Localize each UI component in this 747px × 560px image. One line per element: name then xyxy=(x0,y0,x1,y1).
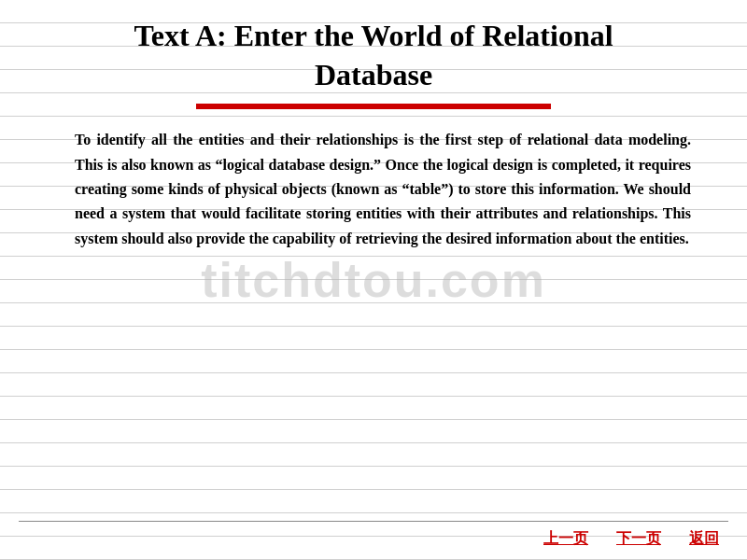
prev-page-link[interactable]: 上一页 xyxy=(543,529,588,549)
page-title: Text A: Enter the World of Relational Da… xyxy=(37,17,710,94)
next-page-link[interactable]: 下一页 xyxy=(616,529,661,549)
footer-section: 上一页 下一页 返回 xyxy=(0,521,747,560)
body-paragraph: To identify all the entities and their r… xyxy=(75,128,691,251)
title-section: Text A: Enter the World of Relational Da… xyxy=(0,0,747,104)
body-section: To identify all the entities and their r… xyxy=(0,109,747,560)
page-container: Text A: Enter the World of Relational Da… xyxy=(0,0,747,560)
back-link[interactable]: 返回 xyxy=(689,529,719,549)
footer-nav: 上一页 下一页 返回 xyxy=(0,522,747,560)
content-wrapper: Text A: Enter the World of Relational Da… xyxy=(0,0,747,560)
